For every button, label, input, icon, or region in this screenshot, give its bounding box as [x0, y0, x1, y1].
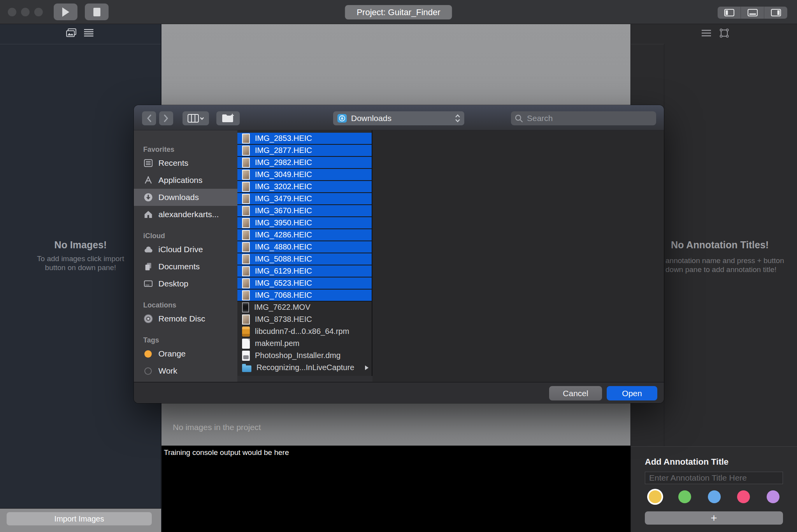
- dialog-sidebar: Favorites Recents: [134, 130, 237, 382]
- import-images-button[interactable]: Import Images: [7, 512, 152, 525]
- file-row[interactable]: IMG_3950.HEIC: [237, 217, 372, 229]
- file-row[interactable]: IMG_6523.HEIC: [237, 277, 372, 290]
- file-row[interactable]: IMG_3202.HEIC: [237, 181, 372, 193]
- annotation-title-input[interactable]: [645, 472, 783, 484]
- sidebar-row-label: Applications: [158, 176, 202, 185]
- sidebar-row[interactable]: Favorites: [134, 144, 237, 155]
- sidebar-row[interactable]: Remote Disc: [134, 310, 237, 327]
- location-dropdown[interactable]: Downloads: [333, 111, 464, 125]
- app-window: Project: Guitar_Finder: [0, 0, 797, 532]
- file-row[interactable]: IMG_5088.HEIC: [237, 253, 372, 265]
- sidebar-row[interactable]: Documents: [134, 258, 237, 275]
- stop-training-button[interactable]: [85, 4, 109, 20]
- updown-chevrons-icon: [455, 114, 460, 123]
- sidebar-row[interactable]: Tags: [134, 335, 237, 345]
- sidebar-row-label: Recents: [158, 158, 188, 168]
- file-row[interactable]: makeml.pem: [237, 338, 372, 350]
- stop-icon: [93, 7, 101, 17]
- right-panel-icon: [771, 9, 781, 17]
- file-row[interactable]: IMG_4880.HEIC: [237, 241, 372, 253]
- sidebar-row[interactable]: iCloud: [134, 231, 237, 241]
- file-row[interactable]: IMG_3670.HEIC: [237, 205, 372, 217]
- view-mode-button[interactable]: [183, 111, 209, 125]
- dialog-toolbar: Downloads: [134, 105, 664, 130]
- file-name-label: IMG_2853.HEIC: [255, 134, 312, 143]
- pink-color-dot[interactable]: [737, 490, 750, 503]
- toggle-left-panel-button[interactable]: [718, 7, 741, 19]
- tag-dot-icon: [144, 367, 152, 375]
- bounding-box-view-button[interactable]: [719, 28, 730, 40]
- file-row[interactable]: IMG_7622.MOV: [237, 302, 372, 314]
- sidebar-row[interactable]: Recents: [134, 155, 237, 172]
- sidebar-row[interactable]: Downloads: [134, 189, 237, 206]
- run-training-button[interactable]: [54, 4, 77, 20]
- console-output-text: Training console output would be here: [164, 448, 289, 457]
- green-color-dot[interactable]: [678, 490, 691, 503]
- file-row[interactable]: IMG_2877.HEIC: [237, 145, 372, 157]
- yellow-color-dot[interactable]: [649, 490, 662, 503]
- file-name-label: IMG_2982.HEIC: [255, 158, 312, 167]
- panel-toggle-group: [718, 7, 787, 19]
- sidebar-row-label: Documents: [158, 262, 200, 271]
- file-row[interactable]: Recognizing...InLiveCapture: [237, 362, 372, 374]
- file-row[interactable]: IMG_7068.HEIC: [237, 290, 372, 302]
- add-annotation-title-button[interactable]: +: [645, 511, 783, 525]
- left-panel-icon: [724, 9, 734, 17]
- file-row[interactable]: IMG_2853.HEIC: [237, 133, 372, 145]
- file-name-label: IMG_3202.HEIC: [255, 182, 312, 191]
- sidebar-row[interactable]: Orange: [134, 345, 237, 362]
- sidebar-row[interactable]: Work: [134, 362, 237, 379]
- search-field[interactable]: [511, 111, 656, 125]
- recents-icon: [143, 158, 153, 168]
- toggle-right-panel-button[interactable]: [764, 7, 787, 19]
- close-window-button[interactable]: [8, 8, 16, 16]
- file-open-dialog: Downloads: [134, 105, 664, 403]
- forward-button[interactable]: [159, 111, 173, 125]
- file-row[interactable]: IMG_3049.HEIC: [237, 169, 372, 181]
- desktop-icon: [143, 279, 153, 289]
- sidebar-row-label: alexanderkarts...: [158, 210, 219, 219]
- file-name-label: IMG_3479.HEIC: [255, 194, 312, 203]
- purple-color-dot[interactable]: [767, 490, 779, 503]
- open-button[interactable]: Open: [607, 386, 657, 400]
- file-row[interactable]: IMG_2982.HEIC: [237, 157, 372, 169]
- applications-icon: [143, 175, 153, 185]
- back-button[interactable]: [142, 111, 156, 125]
- annotation-color-picker: [649, 490, 779, 503]
- sidebar-row[interactable]: iCloud Drive: [134, 241, 237, 258]
- location-label: Downloads: [351, 114, 391, 123]
- sidebar-row[interactable]: alexanderkarts...: [134, 206, 237, 223]
- downloads-folder-icon: [337, 113, 347, 123]
- home-icon: [143, 209, 153, 219]
- file-row[interactable]: IMG_3479.HEIC: [237, 193, 372, 205]
- project-title-label: Project: Guitar_Finder: [356, 7, 440, 18]
- file-list: IMG_2853.HEIC IMG_2877.HEIC IMG_2982.HEI…: [237, 130, 372, 376]
- images-panel-toolbar: [0, 24, 161, 44]
- blue-color-dot[interactable]: [708, 490, 721, 503]
- cancel-button[interactable]: Cancel: [549, 386, 602, 400]
- minimize-window-button[interactable]: [21, 8, 30, 16]
- gallery-view-button[interactable]: [65, 28, 77, 40]
- sidebar-row[interactable]: Locations: [134, 300, 237, 310]
- list-view-button[interactable]: [83, 28, 94, 39]
- zoom-window-button[interactable]: [34, 8, 43, 16]
- no-annotation-titles-title: No Annotation Titles!: [671, 239, 769, 251]
- file-name-label: Recognizing...InLiveCapture: [256, 363, 354, 372]
- new-folder-icon: [222, 114, 234, 123]
- file-row[interactable]: IMG_4286.HEIC: [237, 229, 372, 241]
- toggle-bottom-panel-button[interactable]: [741, 7, 764, 19]
- no-annotation-titles-subtitle: annotation name and press + button down …: [665, 256, 784, 274]
- file-row[interactable]: libcudnn7-d...0.x86_64.rpm: [237, 326, 372, 338]
- bounding-box-icon: [719, 28, 730, 39]
- new-folder-button[interactable]: [216, 111, 240, 125]
- annotation-list-view-button[interactable]: [701, 29, 712, 39]
- import-bar: Import Images: [0, 508, 161, 532]
- file-row[interactable]: IMG_8738.HEIC: [237, 314, 372, 326]
- file-name-label: IMG_8738.HEIC: [255, 315, 312, 324]
- file-row[interactable]: Photoshop_Installer.dmg: [237, 350, 372, 362]
- file-row[interactable]: IMG_6129.HEIC: [237, 265, 372, 277]
- search-input[interactable]: [526, 113, 652, 123]
- sidebar-row[interactable]: Applications: [134, 172, 237, 189]
- sidebar-row[interactable]: Desktop: [134, 275, 237, 292]
- canvas-empty-message: No images in the project: [173, 423, 261, 432]
